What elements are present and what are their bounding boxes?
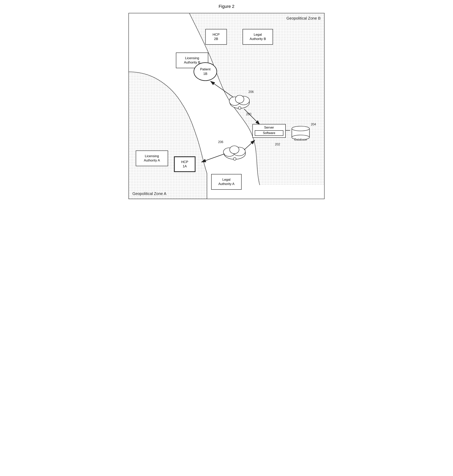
zone-b-label: Geopolitical Zone B bbox=[286, 16, 321, 21]
patient-1b-circle: Patient 1B bbox=[194, 62, 217, 81]
zone-a-label: Geopolitical Zone A bbox=[132, 192, 166, 196]
svg-point-10 bbox=[235, 95, 244, 103]
licensing-authority-a-box: Licensing Authority A bbox=[136, 151, 168, 166]
svg-point-16 bbox=[233, 158, 236, 160]
ref-202: 202 bbox=[275, 143, 280, 146]
ref-206-top: 206 bbox=[248, 90, 254, 94]
database-box: Database bbox=[291, 126, 311, 141]
cloud-lower bbox=[221, 141, 248, 161]
diagram: Geopolitical Zone B Geopolitical Zone A … bbox=[128, 13, 325, 199]
svg-point-18 bbox=[292, 126, 310, 131]
svg-point-15 bbox=[230, 146, 239, 154]
legal-authority-a-box: Legal Authority A bbox=[211, 174, 242, 190]
ref-206-bot: 206 bbox=[218, 140, 223, 144]
svg-point-11 bbox=[238, 107, 241, 109]
ref-204: 204 bbox=[311, 123, 316, 126]
legal-authority-b-box: Legal Authority B bbox=[243, 29, 273, 45]
server-box: Server Software bbox=[252, 124, 286, 138]
ref-200: 200 bbox=[246, 112, 251, 116]
hcp2b-box: HCP 2B bbox=[205, 29, 227, 45]
figure-title: Figure 2 bbox=[128, 4, 325, 9]
hcp1a-box: HCP 1A bbox=[174, 156, 196, 172]
